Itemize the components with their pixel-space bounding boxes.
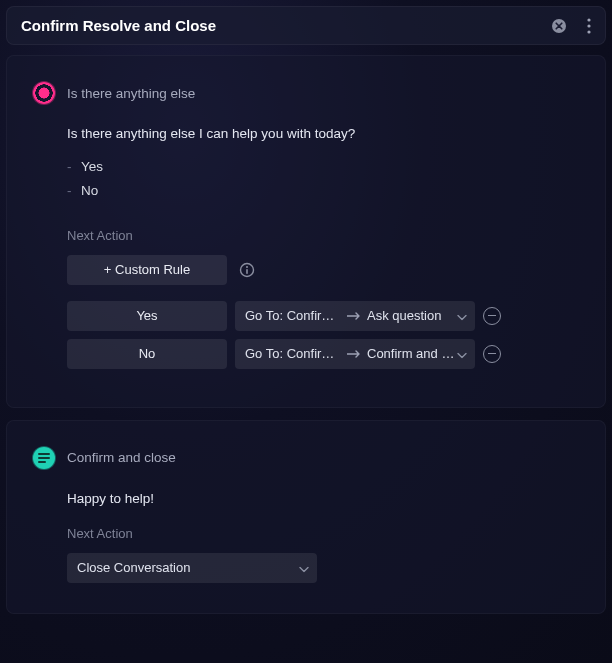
choice-item: Yes <box>67 155 579 179</box>
remove-row-button[interactable] <box>483 345 501 363</box>
header-bar: Confirm Resolve and Close <box>6 6 606 45</box>
goto-select-yes[interactable]: Go To: Confirm Resolve and Close Ask que… <box>235 301 475 331</box>
svg-point-2 <box>587 24 590 27</box>
answer-pill-yes[interactable]: Yes <box>67 301 227 331</box>
more-icon[interactable] <box>587 18 591 34</box>
page-title: Confirm Resolve and Close <box>21 17 551 34</box>
question-node-icon <box>33 82 55 104</box>
svg-rect-8 <box>38 457 50 459</box>
remove-row-button[interactable] <box>483 307 501 325</box>
add-custom-rule-button[interactable]: + Custom Rule <box>67 255 227 285</box>
arrow-right-icon <box>347 346 361 361</box>
node-card-text: Confirm and close Happy to help! Next Ac… <box>6 420 606 614</box>
next-action-label: Next Action <box>67 228 579 243</box>
goto-select-no[interactable]: Go To: Confirm Resolve and Close Confirm… <box>235 339 475 369</box>
chevron-down-icon <box>457 346 467 361</box>
chevron-down-icon <box>299 560 309 575</box>
chevron-down-icon <box>457 308 467 323</box>
close-action-select[interactable]: Close Conversation <box>67 553 317 583</box>
svg-rect-6 <box>246 269 248 274</box>
node-card-question: Is there anything else Is there anything… <box>6 55 606 408</box>
svg-rect-7 <box>38 453 50 455</box>
action-row: No Go To: Confirm Resolve and Close Conf… <box>67 339 579 369</box>
text-node-icon <box>33 447 55 469</box>
svg-point-1 <box>587 18 590 21</box>
prompt-text: Is there anything else I can help you wi… <box>67 126 579 141</box>
close-action-value: Close Conversation <box>77 560 190 575</box>
node-title: Confirm and close <box>67 450 176 465</box>
svg-point-3 <box>587 30 590 33</box>
arrow-right-icon <box>347 308 361 323</box>
goto-target: Confirm and close <box>367 346 455 361</box>
svg-point-5 <box>246 266 248 268</box>
goto-prefix: Go To: Confirm Resolve and Close <box>245 308 341 323</box>
choice-item: No <box>67 179 579 203</box>
close-icon[interactable] <box>551 18 567 34</box>
goto-prefix: Go To: Confirm Resolve and Close <box>245 346 341 361</box>
choice-list: Yes No <box>67 155 579 204</box>
answer-pill-no[interactable]: No <box>67 339 227 369</box>
svg-rect-9 <box>38 461 46 463</box>
next-action-label: Next Action <box>67 526 579 541</box>
node-title: Is there anything else <box>67 86 195 101</box>
header-actions <box>551 18 591 34</box>
info-icon[interactable] <box>239 262 255 278</box>
goto-target: Ask question <box>367 308 441 323</box>
action-row: Yes Go To: Confirm Resolve and Close Ask… <box>67 301 579 331</box>
prompt-text: Happy to help! <box>67 491 579 506</box>
